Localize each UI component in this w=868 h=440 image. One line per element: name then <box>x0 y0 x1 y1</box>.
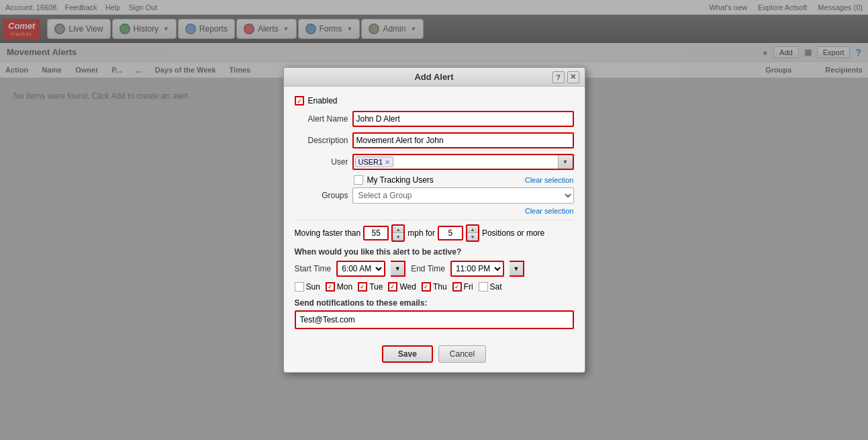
active-question: When would you like this alert to be act… <box>295 247 574 257</box>
cancel-button[interactable]: Cancel <box>438 345 486 363</box>
alert-name-label: Alert Name <box>295 114 348 124</box>
day-fri-label: Fri <box>464 282 473 292</box>
day-sat-checkbox[interactable] <box>479 282 488 292</box>
user-tag-remove[interactable]: ✕ <box>385 159 390 166</box>
day-thu: ✓ Thu <box>422 282 447 292</box>
alert-name-row: Alert Name <box>295 111 574 127</box>
day-fri: ✓ Fri <box>452 282 473 292</box>
day-wed-label: Wed <box>399 282 416 292</box>
my-tracking-row: My Tracking Users Clear selection <box>354 175 574 185</box>
alert-name-input[interactable] <box>352 111 574 127</box>
speed-row: Moving faster than ▲ ▼ mph for ▲ ▼ Posit… <box>295 224 574 242</box>
clear-selection-user[interactable]: Clear selection <box>525 176 574 184</box>
enabled-checkbox[interactable]: ✓ <box>295 96 304 105</box>
user-dropdown-button[interactable]: ▼ <box>558 155 573 169</box>
my-tracking-checkbox[interactable] <box>354 175 363 185</box>
enabled-row: ✓ Enabled <box>295 96 574 105</box>
dialog-title: Add Alert <box>414 72 453 82</box>
positions-value-input[interactable] <box>438 226 463 240</box>
day-mon: ✓ Mon <box>326 282 352 292</box>
speed-up-button[interactable]: ▲ <box>393 226 403 233</box>
dialog-footer: Save Cancel <box>284 339 585 372</box>
day-wed-checkbox[interactable]: ✓ <box>388 282 397 292</box>
days-row: Sun ✓ Mon ✓ Tue ✓ Wed ✓ Thu <box>295 282 574 292</box>
dialog-titlebar: Add Alert ? ✕ <box>284 68 585 87</box>
day-mon-checkbox[interactable]: ✓ <box>326 282 335 292</box>
email-input[interactable] <box>295 310 574 329</box>
groups-select[interactable]: Select a Group <box>352 187 574 204</box>
dialog-title-actions: ? ✕ <box>552 71 579 83</box>
separator-1 <box>295 220 574 220</box>
dialog-overlay: Add Alert ? ✕ ✓ Enabled Alert Name Descr… <box>0 0 868 440</box>
save-button[interactable]: Save <box>382 345 433 363</box>
description-row: Description <box>295 132 574 148</box>
day-thu-checkbox[interactable]: ✓ <box>422 282 431 292</box>
time-row: Start Time 6:00 AM ▼ End Time 11:00 PM ▼ <box>295 261 574 277</box>
end-time-label: End Time <box>411 264 445 273</box>
help-dialog-button[interactable]: ? <box>552 71 565 83</box>
day-sat: Sat <box>479 282 502 292</box>
user-field[interactable]: USER1 ✕ ▼ <box>352 154 574 170</box>
user-row: User USER1 ✕ ▼ <box>295 154 574 170</box>
day-sun: Sun <box>295 282 320 292</box>
user-tag[interactable]: USER1 ✕ <box>355 157 394 167</box>
positions-spinners: ▲ ▼ <box>466 224 479 242</box>
day-wed: ✓ Wed <box>388 282 416 292</box>
enabled-label: Enabled <box>308 96 338 105</box>
groups-row: Groups Select a Group <box>295 187 574 204</box>
day-thu-label: Thu <box>433 282 447 292</box>
day-mon-label: Mon <box>337 282 352 292</box>
day-tue-label: Tue <box>369 282 383 292</box>
day-sun-checkbox[interactable] <box>295 282 304 292</box>
speed-value-input[interactable] <box>363 226 389 240</box>
speed-prefix: Moving faster than <box>295 228 361 238</box>
day-sat-label: Sat <box>490 282 502 292</box>
day-tue-checkbox[interactable]: ✓ <box>358 282 367 292</box>
start-time-select[interactable]: 6:00 AM <box>336 261 385 277</box>
day-tue: ✓ Tue <box>358 282 383 292</box>
day-fri-checkbox[interactable]: ✓ <box>452 282 462 292</box>
positions-down-button[interactable]: ▼ <box>467 233 478 240</box>
email-section-label: Send notifications to these emails: <box>295 298 574 308</box>
close-dialog-button[interactable]: ✕ <box>567 71 579 83</box>
speed-down-button[interactable]: ▼ <box>393 233 403 240</box>
speed-mid: mph for <box>407 228 435 238</box>
groups-label: Groups <box>295 191 348 200</box>
end-time-select[interactable]: 11:00 PM <box>450 261 504 277</box>
speed-spinners: ▲ ▼ <box>391 224 405 242</box>
user-label: User <box>295 157 348 167</box>
start-time-dropdown-button[interactable]: ▼ <box>391 261 405 277</box>
description-label: Description <box>295 136 348 145</box>
speed-suffix: Positions or more <box>482 228 544 238</box>
positions-up-button[interactable]: ▲ <box>467 226 478 233</box>
dialog-body: ✓ Enabled Alert Name Description User US… <box>284 87 585 339</box>
clear-selection-groups[interactable]: Clear selection <box>525 207 574 215</box>
add-alert-dialog: Add Alert ? ✕ ✓ Enabled Alert Name Descr… <box>283 67 585 373</box>
day-sun-label: Sun <box>306 282 320 292</box>
end-time-dropdown-button[interactable]: ▼ <box>510 261 524 277</box>
start-time-label: Start Time <box>295 264 332 273</box>
groups-clear-row: Clear selection <box>295 206 574 216</box>
user-tag-value: USER1 <box>358 158 383 166</box>
my-tracking-label: My Tracking Users <box>367 175 434 185</box>
description-input[interactable] <box>352 132 574 148</box>
